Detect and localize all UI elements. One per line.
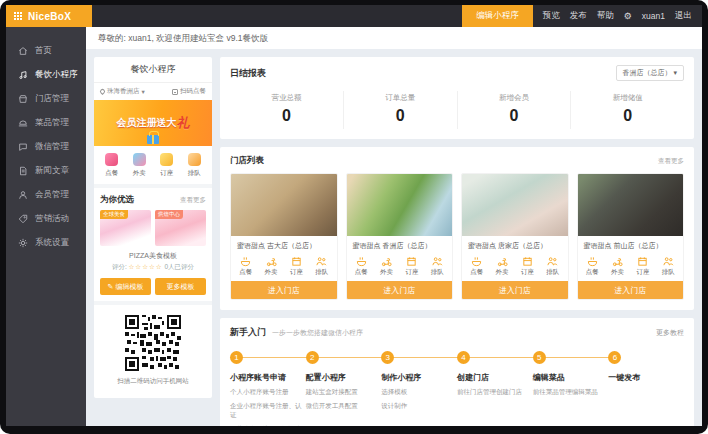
sidebar-item-dish-management[interactable]: 菜品管理 <box>6 111 86 135</box>
enter-store-button[interactable]: 进入门店 <box>347 281 453 299</box>
queue-people-icon <box>432 256 443 267</box>
feature-queue[interactable]: 排队 <box>188 153 201 178</box>
step-link[interactable]: 设计制作 <box>381 402 453 411</box>
store-feature-queue[interactable]: 排队 <box>546 256 559 277</box>
scan-order-button[interactable]: 扫码点餐 <box>172 87 206 96</box>
preview-link[interactable]: 预览 <box>543 10 560 22</box>
app-logo[interactable]: NiceBoX <box>6 5 92 27</box>
store-name: 蜜语甜点 前山店（总店） <box>578 236 684 254</box>
store-feature-order[interactable]: 点餐 <box>239 256 252 277</box>
feature-reservation[interactable]: 订座 <box>160 153 173 178</box>
location-pin-icon <box>99 88 106 95</box>
step-link[interactable]: 前往菜品管理编辑菜品 <box>533 388 605 397</box>
bowl-icon <box>471 256 482 267</box>
template-badge: 烘焙中心 <box>155 210 183 219</box>
edit-miniprogram-button[interactable]: 编辑小程序 <box>462 5 533 27</box>
store-card: 蜜语甜点 前山店（总店） 点餐 外卖 订座 排队 进入门店 <box>577 173 685 300</box>
sidebar-item-label: 首页 <box>35 45 52 57</box>
window-frame: NiceBoX 编辑小程序 预览 发布 帮助 ⚙ xuan1 退出 首页 餐饮小… <box>6 5 702 426</box>
guide-step-3: 3 制作小程序 选择模板 设计制作 <box>381 351 457 426</box>
wechat-icon <box>18 142 28 152</box>
settings-gear-icon[interactable]: ⚙ <box>624 11 632 21</box>
sidebar-item-member-management[interactable]: 会员管理 <box>6 183 86 207</box>
template-thumbnail-2[interactable]: 烘焙中心 <box>155 210 206 246</box>
logout-link[interactable]: 退出 <box>675 10 692 22</box>
queue-people-icon <box>316 256 327 267</box>
store-feature-queue[interactable]: 排队 <box>431 256 444 277</box>
store-feature-takeout[interactable]: 外卖 <box>611 256 624 277</box>
template-badge: 全球美食 <box>100 210 128 219</box>
store-feature-reservation[interactable]: 订座 <box>405 256 418 277</box>
feature-takeout[interactable]: 外卖 <box>133 153 146 178</box>
store-feature-order[interactable]: 点餐 <box>586 256 599 277</box>
qr-scan-icon <box>172 89 178 95</box>
store-feature-order[interactable]: 点餐 <box>355 256 368 277</box>
feature-order[interactable]: 点餐 <box>105 153 118 178</box>
guide-step-4: 4 创建门店 前往门店管理创建门店 <box>457 351 533 426</box>
store-feature-order[interactable]: 点餐 <box>470 256 483 277</box>
stat-orders: 订单总量 0 <box>344 91 458 129</box>
step-link[interactable]: 建站宝盒对接配置 <box>306 388 378 397</box>
main-content: 尊敬的: xuan1, 欢迎使用建站宝盒 v9.1餐饮版 餐饮小程序 珠海香洲店… <box>86 27 702 426</box>
store-select-dropdown[interactable]: 香洲店（总店） ▾ <box>616 65 684 81</box>
store-card: 蜜语甜点 唐家店（总店） 点餐 外卖 订座 排队 进入门店 <box>461 173 569 300</box>
step-link[interactable]: 企业小程序账号注册、认证 <box>230 402 302 420</box>
sidebar-item-system-settings[interactable]: 系统设置 <box>6 231 86 255</box>
sidebar-item-home[interactable]: 首页 <box>6 39 86 63</box>
location-selector[interactable]: 珠海香洲店 ▾ <box>100 87 145 96</box>
publish-link[interactable]: 发布 <box>570 10 587 22</box>
store-list-title: 门店列表 <box>230 155 264 167</box>
store-list-more-link[interactable]: 查看更多 <box>658 157 684 166</box>
banner-text: 会员注册送大 <box>117 116 177 130</box>
enter-store-button[interactable]: 进入门店 <box>578 281 684 299</box>
qr-section: 扫描二维码访问手机网站 <box>94 305 212 398</box>
step-title: 创建门店 <box>457 372 529 383</box>
step-title: 一键发布 <box>608 372 680 383</box>
sidebar-item-news-articles[interactable]: 新闻文章 <box>6 159 86 183</box>
step-link[interactable]: 微信公众号注册、认证小程序 <box>230 425 302 426</box>
guide-step-5: 5 编辑菜品 前往菜品管理编辑菜品 <box>533 351 609 426</box>
step-link[interactable]: 前往门店管理创建门店 <box>457 388 529 397</box>
guide-step-2: 2 配置小程序 建站宝盒对接配置 微信开发工具配置 <box>306 351 382 426</box>
bowl-icon <box>240 256 251 267</box>
sidebar-item-marketing[interactable]: 营销活动 <box>6 207 86 231</box>
step-link[interactable]: 选择模板 <box>381 388 453 397</box>
store-feature-queue[interactable]: 排队 <box>662 256 675 277</box>
step-link[interactable]: 个人小程序账号注册 <box>230 388 302 397</box>
rating-stars[interactable]: ☆☆☆☆☆ <box>129 263 163 270</box>
preview-feature-row: 点餐 外卖 订座 排队 <box>94 146 212 188</box>
sidebar-item-label: 门店管理 <box>35 93 69 105</box>
sidebar-item-restaurant-miniprogram[interactable]: 餐饮小程序 <box>6 63 86 87</box>
recommend-more-link[interactable]: 查看更多 <box>180 196 206 205</box>
store-feature-reservation[interactable]: 订座 <box>521 256 534 277</box>
sidebar-item-label: 新闻文章 <box>35 165 69 177</box>
logo-text: NiceBoX <box>28 11 71 22</box>
sidebar-item-label: 系统设置 <box>35 237 69 249</box>
store-feature-reservation[interactable]: 订座 <box>636 256 649 277</box>
calendar-icon <box>291 256 302 267</box>
guide-title: 新手入门 <box>230 326 266 339</box>
sidebar-item-store-management[interactable]: 门店管理 <box>6 87 86 111</box>
more-templates-button[interactable]: 更多模板 <box>155 278 206 295</box>
member-gift-banner[interactable]: 会员注册送大 礼 <box>94 100 212 146</box>
sidebar-item-label: 菜品管理 <box>35 117 69 129</box>
username-label[interactable]: xuan1 <box>642 11 665 21</box>
enter-store-button[interactable]: 进入门店 <box>231 281 337 299</box>
store-feature-takeout[interactable]: 外卖 <box>380 256 393 277</box>
store-feature-queue[interactable]: 排队 <box>315 256 328 277</box>
sidebar-item-label: 微信管理 <box>35 141 69 153</box>
more-tutorials-link[interactable]: 更多教程 <box>656 328 684 338</box>
help-link[interactable]: 帮助 <box>597 10 614 22</box>
store-feature-takeout[interactable]: 外卖 <box>265 256 278 277</box>
store-feature-takeout[interactable]: 外卖 <box>496 256 509 277</box>
sidebar-item-wechat-management[interactable]: 微信管理 <box>6 135 86 159</box>
guide-step-1: 1 小程序账号申请 个人小程序账号注册 企业小程序账号注册、认证 微信公众号注册… <box>230 351 306 426</box>
store-feature-reservation[interactable]: 订座 <box>290 256 303 277</box>
template-thumbnail-1[interactable]: 全球美食 <box>100 210 151 246</box>
enter-store-button[interactable]: 进入门店 <box>462 281 568 299</box>
sidebar-item-label: 餐饮小程序 <box>35 69 78 81</box>
edit-template-button[interactable]: ✎ 编辑模板 <box>100 278 151 295</box>
step-number: 1 <box>230 351 243 364</box>
step-link[interactable]: 微信开发工具配置 <box>306 402 378 411</box>
template-name: PIZZA美食模板 <box>94 251 212 261</box>
